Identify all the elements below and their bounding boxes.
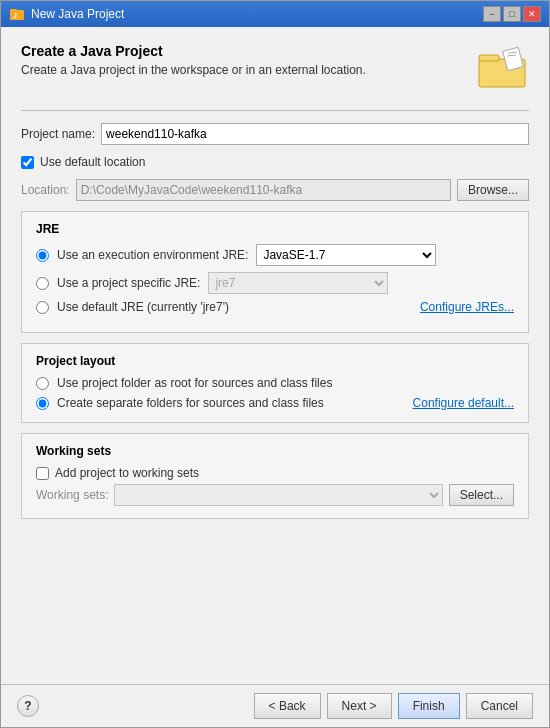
- add-working-sets-label: Add project to working sets: [55, 466, 199, 480]
- svg-text:J: J: [13, 12, 17, 19]
- layout-option1-radio[interactable]: [36, 377, 49, 390]
- jre-specific-dropdown: jre7: [208, 272, 388, 294]
- configure-default-link[interactable]: Configure default...: [413, 396, 514, 410]
- header-section: Create a Java Project Create a Java proj…: [21, 43, 529, 94]
- browse-button[interactable]: Browse...: [457, 179, 529, 201]
- titlebar: J New Java Project − □ ✕: [1, 1, 549, 27]
- next-button[interactable]: Next >: [327, 693, 392, 719]
- location-row: Location: Browse...: [21, 179, 529, 201]
- configure-jres-link[interactable]: Configure JREs...: [420, 300, 514, 314]
- working-sets-dropdown: [114, 484, 442, 506]
- use-default-location-label: Use default location: [40, 155, 145, 169]
- working-sets-section: Working sets Add project to working sets…: [21, 433, 529, 519]
- project-layout-section: Project layout Use project folder as roo…: [21, 343, 529, 423]
- maximize-button[interactable]: □: [503, 6, 521, 22]
- dialog-footer: ? < Back Next > Finish Cancel: [1, 684, 549, 727]
- footer-left: ?: [17, 695, 39, 717]
- header-icon: [477, 43, 529, 94]
- layout-option2-row: Create separate folders for sources and …: [36, 396, 514, 410]
- header-divider: [21, 110, 529, 111]
- working-sets-label: Working sets:: [36, 488, 108, 502]
- jre-option2-row: Use a project specific JRE: jre7: [36, 272, 514, 294]
- project-name-input[interactable]: [101, 123, 529, 145]
- jre-option1-radio[interactable]: [36, 249, 49, 262]
- select-working-sets-button[interactable]: Select...: [449, 484, 514, 506]
- dialog-description: Create a Java project in the workspace o…: [21, 63, 366, 77]
- jre-option1-row: Use an execution environment JRE: JavaSE…: [36, 244, 514, 266]
- close-button[interactable]: ✕: [523, 6, 541, 22]
- jre-option1-label: Use an execution environment JRE:: [57, 248, 248, 262]
- svg-rect-4: [479, 55, 499, 61]
- jre-option3-label: Use default JRE (currently 'jre7'): [57, 300, 229, 314]
- titlebar-icon: J: [9, 6, 25, 22]
- jre-title: JRE: [36, 222, 514, 236]
- layout-option1-label: Use project folder as root for sources a…: [57, 376, 332, 390]
- header-text: Create a Java Project Create a Java proj…: [21, 43, 366, 77]
- jre-option3-row: Use default JRE (currently 'jre7') Confi…: [36, 300, 514, 314]
- footer-buttons: < Back Next > Finish Cancel: [254, 693, 533, 719]
- jre-option2-label: Use a project specific JRE:: [57, 276, 200, 290]
- jre-option2-radio[interactable]: [36, 277, 49, 290]
- jre-option3-radio[interactable]: [36, 301, 49, 314]
- finish-button[interactable]: Finish: [398, 693, 460, 719]
- titlebar-buttons: − □ ✕: [483, 6, 541, 22]
- project-layout-title: Project layout: [36, 354, 514, 368]
- layout-option1-row: Use project folder as root for sources a…: [36, 376, 514, 390]
- project-name-row: Project name:: [21, 123, 529, 145]
- layout-option2-label: Create separate folders for sources and …: [57, 396, 324, 410]
- dialog-content: Create a Java Project Create a Java proj…: [1, 27, 549, 684]
- cancel-button[interactable]: Cancel: [466, 693, 533, 719]
- layout-option2-radio[interactable]: [36, 397, 49, 410]
- add-to-working-sets-row: Add project to working sets: [36, 466, 514, 480]
- use-default-location-row: Use default location: [21, 155, 529, 169]
- location-input: [76, 179, 451, 201]
- minimize-button[interactable]: −: [483, 6, 501, 22]
- working-sets-input-row: Working sets: Select...: [36, 484, 514, 506]
- add-working-sets-checkbox[interactable]: [36, 467, 49, 480]
- jre-environment-dropdown[interactable]: JavaSE-1.7 JavaSE-1.8 JavaSE-11: [256, 244, 436, 266]
- main-window: J New Java Project − □ ✕ Create a Java P…: [0, 0, 550, 728]
- dialog-title: Create a Java Project: [21, 43, 366, 59]
- project-name-label: Project name:: [21, 127, 95, 141]
- titlebar-title: New Java Project: [31, 7, 477, 21]
- working-sets-title: Working sets: [36, 444, 514, 458]
- back-button[interactable]: < Back: [254, 693, 321, 719]
- help-button[interactable]: ?: [17, 695, 39, 717]
- location-label: Location:: [21, 183, 70, 197]
- jre-section: JRE Use an execution environment JRE: Ja…: [21, 211, 529, 333]
- use-default-location-checkbox[interactable]: [21, 156, 34, 169]
